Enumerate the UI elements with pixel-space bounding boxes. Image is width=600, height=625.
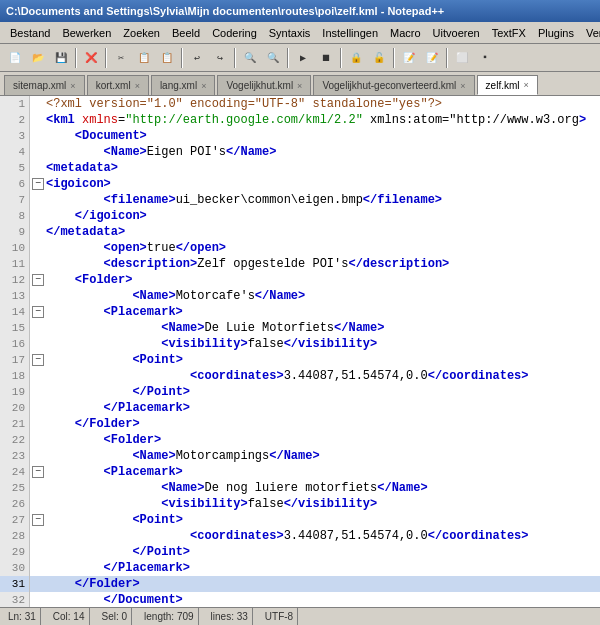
code-line[interactable]: <Name>De nog luiere motorfiets</Name> <box>30 480 600 496</box>
toolbar-btn-stop[interactable]: ⏹ <box>315 47 337 69</box>
code-line[interactable]: <open>true</open> <box>30 240 600 256</box>
toolbar-btn-lock[interactable]: 🔒 <box>345 47 367 69</box>
code-line[interactable]: </Folder> <box>30 416 600 432</box>
tab-close-icon[interactable]: × <box>201 81 206 91</box>
menu-item-instellingen[interactable]: Instellingen <box>316 25 384 41</box>
code-line[interactable]: </Point> <box>30 544 600 560</box>
menu-item-textfx[interactable]: TextFX <box>486 25 532 41</box>
code-line[interactable]: − <Point> <box>30 352 600 368</box>
menu-item-plugins[interactable]: Plugins <box>532 25 580 41</box>
status-sel: Sel: 0 <box>98 608 133 625</box>
toolbar-btn-paste[interactable]: 📋 <box>156 47 178 69</box>
code-line[interactable]: </Placemark> <box>30 560 600 576</box>
toolbar-btn-open[interactable]: 📂 <box>27 47 49 69</box>
line-number: 29 <box>0 544 29 560</box>
code-line[interactable]: <metadata> <box>30 160 600 176</box>
toolbar-btn-nowrap[interactable]: 📝 <box>421 47 443 69</box>
tab-close-icon[interactable]: × <box>297 81 302 91</box>
line-content: <Point> <box>132 352 182 368</box>
toolbar-separator <box>105 48 107 68</box>
code-line[interactable]: <kml xmlns="http://earth.google.com/kml/… <box>30 112 600 128</box>
code-line[interactable]: <filename>ui_becker\common\eigen.bmp</fi… <box>30 192 600 208</box>
code-line[interactable]: <coordinates>3.44087,51.54574,0.0</coord… <box>30 528 600 544</box>
code-line[interactable]: <Name>Eigen POI's</Name> <box>30 144 600 160</box>
menu-item-bewerken[interactable]: Bewerken <box>56 25 117 41</box>
tab-lang_xml[interactable]: lang.xml× <box>151 75 216 95</box>
line-content: </Placemark> <box>104 400 190 416</box>
toolbar-btn-close[interactable]: ❌ <box>80 47 102 69</box>
code-content[interactable]: <?xml version="1.0" encoding="UTF-8" sta… <box>30 96 600 607</box>
code-line[interactable]: <coordinates>3.44087,51.54574,0.0</coord… <box>30 368 600 384</box>
code-line[interactable]: − <Folder> <box>30 272 600 288</box>
indent <box>46 320 161 336</box>
code-line[interactable]: <description>Zelf opgestelde POI's</desc… <box>30 256 600 272</box>
toolbar-separator <box>287 48 289 68</box>
indent <box>46 208 75 224</box>
line-number: 15 <box>0 320 29 336</box>
fold-marker[interactable]: − <box>32 354 44 366</box>
line-number: 20 <box>0 400 29 416</box>
code-line[interactable]: − <Point> <box>30 512 600 528</box>
code-line[interactable]: −<igoicon> <box>30 176 600 192</box>
code-line[interactable]: <Name>Motorcafe's</Name> <box>30 288 600 304</box>
tab-sitemap_xml[interactable]: sitemap.xml× <box>4 75 85 95</box>
fold-marker[interactable]: − <box>32 274 44 286</box>
menu-item-syntaxis[interactable]: Syntaxis <box>263 25 317 41</box>
line-content: </igoicon> <box>75 208 147 224</box>
tab-close-icon[interactable]: × <box>524 80 529 90</box>
code-line[interactable]: <?xml version="1.0" encoding="UTF-8" sta… <box>30 96 600 112</box>
tab-zelf_kml[interactable]: zelf.kml× <box>477 75 538 95</box>
toolbar-btn-new[interactable]: 📄 <box>4 47 26 69</box>
menu-item-macro[interactable]: Macro <box>384 25 427 41</box>
code-line[interactable]: <visibility>false</visibility> <box>30 336 600 352</box>
tab-close-icon[interactable]: × <box>460 81 465 91</box>
code-line[interactable]: − <Placemark> <box>30 464 600 480</box>
menu-item-uitvoeren[interactable]: Uitvoeren <box>427 25 486 41</box>
toolbar-btn-copy[interactable]: 📋 <box>133 47 155 69</box>
toolbar-btn-save[interactable]: 💾 <box>50 47 72 69</box>
code-line[interactable]: <Name>De Luie Motorfiets</Name> <box>30 320 600 336</box>
toolbar-btn-redo[interactable]: ↪ <box>209 47 231 69</box>
status-line: Ln: 31 <box>4 608 41 625</box>
menu-item-vensters[interactable]: Vensters <box>580 25 600 41</box>
toolbar-btn-find[interactable]: 🔍 <box>239 47 261 69</box>
code-line[interactable]: </metadata> <box>30 224 600 240</box>
tab-Vogelijkhut_kml[interactable]: Vogelijkhut.kml× <box>217 75 311 95</box>
toolbar-btn-undo[interactable]: ↩ <box>186 47 208 69</box>
indent <box>46 480 161 496</box>
code-line[interactable]: </igoicon> <box>30 208 600 224</box>
code-line[interactable]: − <Placemark> <box>30 304 600 320</box>
fold-marker[interactable]: − <box>32 178 44 190</box>
toolbar-btn-mark[interactable]: ▪ <box>474 47 496 69</box>
toolbar-btn-cut[interactable]: ✂ <box>110 47 132 69</box>
code-line[interactable]: <visibility>false</visibility> <box>30 496 600 512</box>
toolbar-btn-wrap[interactable]: 📝 <box>398 47 420 69</box>
line-number: 9 <box>0 224 29 240</box>
line-content: <Folder> <box>75 272 133 288</box>
code-line[interactable]: <Name>Motorcampings</Name> <box>30 448 600 464</box>
menu-item-zoeken[interactable]: Zoeken <box>117 25 166 41</box>
toolbar-btn-replace[interactable]: 🔍 <box>262 47 284 69</box>
code-line[interactable]: </Folder> <box>30 576 600 592</box>
menu-item-beeld[interactable]: Beeld <box>166 25 206 41</box>
line-number: 25 <box>0 480 29 496</box>
code-line[interactable]: <Folder> <box>30 432 600 448</box>
menu-item-codering[interactable]: Codering <box>206 25 263 41</box>
code-line[interactable]: </Document> <box>30 592 600 607</box>
code-line[interactable]: <Document> <box>30 128 600 144</box>
tab-Vogelijkhut-geconverteerd_kml[interactable]: Vogelijkhut-geconverteerd.kml× <box>313 75 474 95</box>
code-line[interactable]: </Placemark> <box>30 400 600 416</box>
toolbar-btn-block[interactable]: ⬜ <box>451 47 473 69</box>
toolbar-btn-unlock[interactable]: 🔓 <box>368 47 390 69</box>
tab-close-icon[interactable]: × <box>135 81 140 91</box>
fold-marker[interactable]: − <box>32 514 44 526</box>
code-line[interactable]: </Point> <box>30 384 600 400</box>
tab-close-icon[interactable]: × <box>70 81 75 91</box>
menu-item-bestand[interactable]: Bestand <box>4 25 56 41</box>
line-content: <visibility>false</visibility> <box>161 496 377 512</box>
indent <box>46 192 104 208</box>
fold-marker[interactable]: − <box>32 466 44 478</box>
fold-marker[interactable]: − <box>32 306 44 318</box>
tab-kort_xml[interactable]: kort.xml× <box>87 75 149 95</box>
toolbar-btn-run[interactable]: ▶ <box>292 47 314 69</box>
